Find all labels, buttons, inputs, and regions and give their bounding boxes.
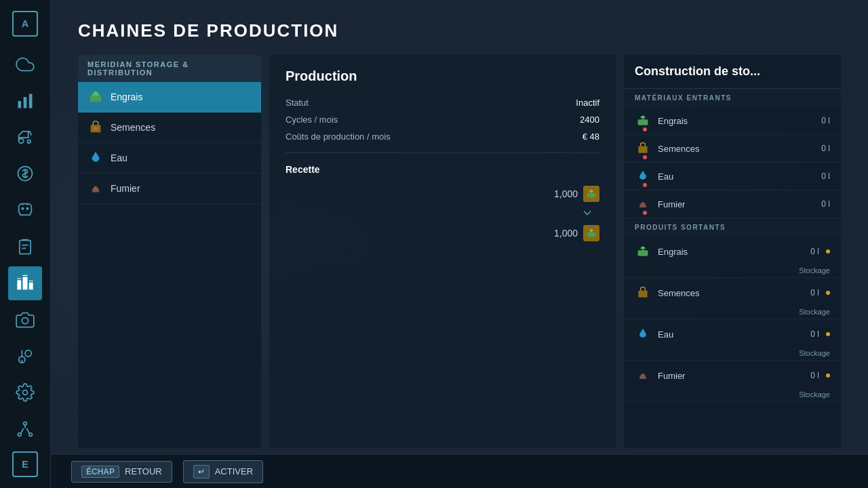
list-item-eau[interactable]: Eau (78, 143, 261, 174)
svg-rect-11 (29, 283, 33, 290)
outgoing-fumier-icon (635, 367, 651, 384)
sidebar-item-contracts[interactable] (8, 230, 42, 264)
echap-retour-button[interactable]: ÉCHAP RETOUR (71, 461, 172, 483)
eau-icon (87, 150, 104, 166)
sidebar-item-production[interactable] (8, 266, 42, 300)
incoming-eau-dot (643, 183, 647, 187)
sidebar-item-stats[interactable] (8, 84, 42, 118)
recipe-output: 1,000 (285, 225, 599, 241)
outgoing-fumier-name: Fumier (658, 371, 804, 381)
svg-point-7 (26, 208, 28, 209)
machinery-icon (16, 347, 35, 366)
outgoing-fumier-dot (826, 373, 830, 378)
sidebar-item-vehicles[interactable] (8, 121, 42, 155)
svg-point-14 (25, 350, 31, 356)
outgoing-engrais-value: 0 l (810, 247, 819, 256)
sidebar-item-machinery[interactable] (8, 340, 42, 373)
sidebar-item-settings[interactable] (8, 375, 42, 409)
outgoing-semences-row: Semences 0 l Stockage (624, 278, 841, 319)
incoming-engrais-name: Engrais (658, 116, 814, 126)
outgoing-engrais-row: Engrais 0 l Stockage (624, 237, 841, 278)
list-item-semences[interactable]: Semences (78, 113, 261, 143)
network-icon (16, 420, 35, 439)
statut-row: Statut Inactif (285, 98, 599, 108)
dollar-icon (16, 164, 35, 183)
list-item-fumier[interactable]: Fumier (78, 174, 261, 204)
sidebar-item-camera[interactable] (8, 303, 42, 337)
outgoing-semences-dot (826, 291, 830, 295)
incoming-header: MATÉRIAUX ENTRANTS (624, 89, 841, 107)
incoming-eau-value: 0 l (821, 171, 830, 181)
outgoing-fumier-value: 0 l (810, 371, 819, 380)
outgoing-eau-main: Eau 0 l (635, 323, 830, 342)
engrais-icon (87, 89, 104, 105)
construction-panel: Construction de sto... MATÉRIAUX ENTRANT… (624, 55, 841, 448)
sidebar-item-weather[interactable] (8, 47, 42, 81)
incoming-eau-name: Eau (658, 171, 814, 182)
incoming-eau-icon (635, 168, 651, 184)
svg-rect-1 (24, 97, 27, 108)
outgoing-eau-stockage: Stockage (635, 349, 830, 360)
e-key-label: E (12, 451, 38, 477)
outgoing-semences-stockage: Stockage (635, 308, 830, 319)
incoming-fumier-name: Fumier (658, 199, 814, 209)
incoming-engrais-value: 0 l (821, 116, 830, 125)
clipboard-icon (16, 237, 35, 256)
chart-icon (16, 92, 35, 110)
incoming-semences-row: Semences 0 l (624, 135, 841, 163)
columns-layout: MERIDIAN STORAGE & DISTRIBUTION Engrais (78, 55, 841, 448)
outgoing-engrais-name: Engrais (658, 247, 804, 257)
incoming-fumier-value: 0 l (821, 199, 830, 209)
cloud-icon (16, 55, 35, 74)
cow-icon (16, 201, 35, 220)
list-item-eau-label: Eau (111, 152, 127, 163)
echap-key: ÉCHAP (81, 466, 119, 478)
outgoing-semences-icon (635, 285, 651, 301)
svg-rect-2 (29, 94, 33, 108)
outgoing-semences-value: 0 l (810, 288, 819, 298)
retour-label: RETOUR (125, 466, 162, 476)
svg-point-17 (18, 433, 22, 436)
activer-label: ACTIVER (215, 466, 253, 476)
svg-point-3 (19, 139, 24, 144)
incoming-fumier-icon (635, 196, 651, 212)
outgoing-fumier-main: Fumier 0 l (635, 365, 830, 384)
couts-value: € 48 (583, 131, 599, 142)
outgoing-eau-row: Eau 0 l Stockage (624, 319, 841, 361)
list-item-engrais[interactable]: Engrais (78, 82, 261, 113)
svg-rect-8 (20, 241, 31, 254)
tractor-icon (16, 127, 35, 146)
couts-label: Coûts de production / mois (285, 131, 391, 142)
svg-point-15 (23, 390, 28, 395)
incoming-engrais-icon (635, 113, 651, 129)
recipe-output-amount: 1,000 (554, 228, 578, 239)
incoming-engrais-row: Engrais 0 l (624, 107, 841, 135)
sidebar-item-a-key[interactable]: A (8, 7, 42, 41)
svg-point-18 (29, 433, 33, 436)
outgoing-eau-dot (826, 332, 830, 336)
production-section-title: Production (285, 68, 599, 84)
sidebar-item-animals[interactable] (8, 193, 42, 227)
a-key-label: A (12, 11, 38, 37)
activer-button[interactable]: ↵ ACTIVER (183, 460, 263, 483)
sidebar: A (0, 0, 51, 488)
svg-rect-9 (17, 280, 21, 289)
sidebar-item-network[interactable] (8, 412, 42, 446)
bottom-bar: ÉCHAP RETOUR ↵ ACTIVER (51, 454, 868, 488)
production-details-panel: Production Statut Inactif Cycles / mois … (269, 55, 616, 448)
cycles-label: Cycles / mois (285, 115, 338, 125)
svg-rect-25 (638, 146, 647, 153)
outgoing-eau-name: Eau (658, 329, 804, 340)
incoming-semences-value: 0 l (821, 144, 830, 153)
svg-rect-19 (90, 96, 102, 102)
statut-label: Statut (285, 98, 309, 108)
divider (285, 152, 599, 153)
sidebar-item-e-key[interactable]: E (8, 447, 42, 481)
sidebar-item-money[interactable] (8, 157, 42, 190)
svg-rect-22 (587, 193, 595, 198)
outgoing-semences-main: Semences 0 l (635, 282, 830, 301)
outgoing-fumier-stockage: Stockage (635, 390, 830, 401)
page-title: CHAINES DE PRODUCTION (78, 20, 841, 41)
outgoing-engrais-dot (826, 249, 830, 253)
incoming-fumier-row: Fumier 0 l (624, 190, 841, 218)
